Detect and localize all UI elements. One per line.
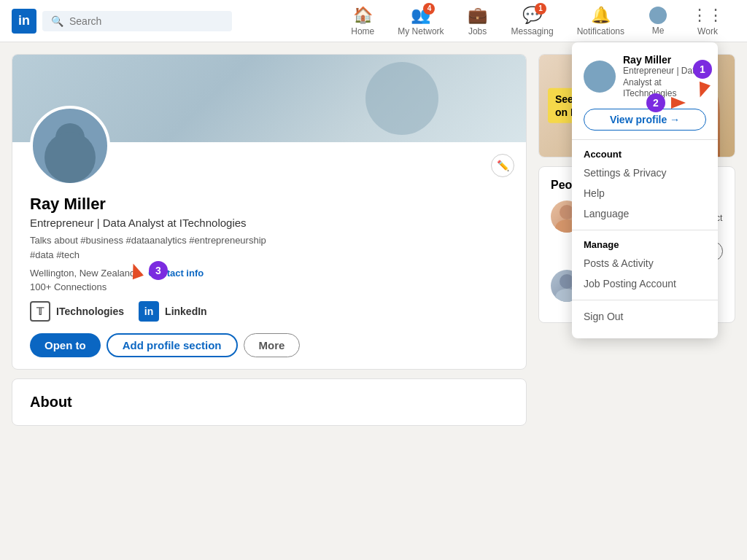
notifications-icon: 🔔	[591, 6, 611, 25]
dropdown-divider-1	[572, 139, 718, 140]
more-button[interactable]: More	[244, 333, 301, 357]
about-title: About	[30, 394, 508, 411]
job-posting-item[interactable]: Job Posting Account	[572, 273, 718, 294]
dropdown-divider-2	[572, 230, 718, 230]
messaging-badge: 1	[535, 3, 546, 15]
posts-activity-item[interactable]: Posts & Activity	[572, 253, 718, 273]
notifications-label: Notifications	[577, 26, 624, 36]
banner-decoration	[365, 62, 438, 135]
contact-info-link[interactable]: Contact info	[148, 268, 204, 279]
help-item[interactable]: Help	[572, 183, 718, 203]
linkedin-company-logo: in	[139, 301, 159, 322]
profile-headline: Entrepreneur | Data Analyst at ITechnolo…	[30, 217, 508, 229]
account-section-title: Account	[572, 146, 718, 163]
search-icon: 🔍	[51, 15, 63, 27]
profile-avatar-wrap	[30, 106, 110, 186]
open-to-button[interactable]: Open to	[30, 333, 101, 357]
about-card: About	[12, 378, 527, 426]
navbar: in 🔍 🏠 Home 👥 4 My Network 💼 Jobs 💬 1 Me…	[0, 0, 747, 42]
work-label: Work	[697, 26, 718, 36]
profile-companies: 𝕋 ITechnologies in LinkedIn	[30, 301, 508, 322]
dropdown-avatar	[584, 61, 616, 93]
profile-connections: 100+ Connections	[30, 281, 508, 292]
dropdown-user-name: Ray Miller	[623, 54, 706, 66]
search-input[interactable]	[69, 15, 223, 27]
settings-privacy-item[interactable]: Settings & Privacy	[572, 163, 718, 183]
search-bar[interactable]: 🔍	[42, 11, 232, 31]
nav-jobs[interactable]: 💼 Jobs	[456, 0, 500, 42]
language-item[interactable]: Language	[572, 203, 718, 224]
nav-home[interactable]: 🏠 Home	[339, 0, 386, 42]
nav-network[interactable]: 👥 4 My Network	[386, 0, 455, 42]
jobs-label: Jobs	[468, 26, 487, 36]
work-icon: ⋮⋮	[692, 6, 724, 25]
nav-work[interactable]: ⋮⋮ Work	[680, 0, 735, 42]
me-label: Me	[652, 26, 665, 36]
sign-out-item[interactable]: Sign Out	[572, 306, 718, 327]
location-text: Wellington, New Zealand	[30, 268, 135, 279]
home-label: Home	[351, 26, 374, 36]
network-icon: 👥 4	[411, 6, 430, 25]
home-icon: 🏠	[353, 6, 373, 25]
profile-actions: Open to Add profile section More	[30, 333, 508, 357]
dropdown-header: Ray Miller Entrepreneur | Data Analyst a…	[572, 54, 718, 109]
dropdown-user-subtitle: Entrepreneur | Data Analyst at ITechnolo…	[623, 66, 706, 100]
view-profile-button[interactable]: View profile →	[584, 109, 706, 131]
nav-messaging[interactable]: 💬 1 Messaging	[500, 0, 565, 42]
avatar-body	[44, 132, 96, 183]
dropdown-user-info: Ray Miller Entrepreneur | Data Analyst a…	[623, 54, 706, 100]
nav-items: 🏠 Home 👥 4 My Network 💼 Jobs 💬 1 Messagi…	[339, 0, 735, 42]
linkedin-logo[interactable]: in	[12, 9, 36, 34]
edit-profile-button[interactable]: ✏️	[491, 154, 514, 177]
profile-hashtags: Talks about #business #dataanalytics #en…	[30, 233, 508, 262]
profile-location: Wellington, New Zealand · Contact info	[30, 268, 508, 279]
company-linkedin[interactable]: in LinkedIn	[139, 301, 207, 322]
company-itechnologies[interactable]: 𝕋 ITechnologies	[30, 301, 124, 322]
network-label: My Network	[398, 26, 444, 36]
left-panel: ✏️ Ray Miller Entrepreneur | Data Analys…	[12, 54, 527, 426]
profile-card: ✏️ Ray Miller Entrepreneur | Data Analys…	[12, 54, 527, 370]
profile-name: Ray Miller	[30, 195, 508, 214]
profile-info: Ray Miller Entrepreneur | Data Analyst a…	[12, 189, 526, 369]
itechnologies-logo: 𝕋	[30, 301, 50, 322]
me-dropdown: Ray Miller Entrepreneur | Data Analyst a…	[572, 42, 718, 338]
me-avatar	[649, 7, 667, 24]
network-badge: 4	[423, 3, 435, 15]
linkedin-company-name: LinkedIn	[165, 306, 207, 317]
add-profile-section-button[interactable]: Add profile section	[107, 333, 238, 357]
messaging-icon: 💬 1	[522, 6, 542, 25]
itechnologies-name: ITechnologies	[56, 306, 124, 317]
messaging-label: Messaging	[511, 26, 554, 36]
nav-notifications[interactable]: 🔔 Notifications	[565, 0, 636, 42]
manage-section-title: Manage	[572, 236, 718, 253]
profile-avatar	[30, 106, 110, 186]
dropdown-divider-3	[572, 300, 718, 300]
jobs-icon: 💼	[468, 6, 487, 25]
nav-me[interactable]: Me	[636, 0, 680, 42]
